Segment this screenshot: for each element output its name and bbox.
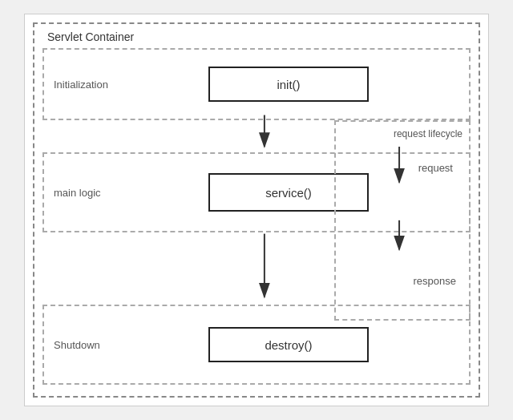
init-box-text: init(): [277, 78, 300, 91]
destroy-box-text: destroy(): [265, 338, 312, 352]
request-lifecycle-section: request lifecycle request response: [334, 120, 471, 321]
main-label: main logic: [54, 187, 101, 199]
service-box-text: service(): [265, 186, 312, 200]
response-label: response: [414, 275, 456, 287]
servlet-container: Servlet Container Initialization init() …: [33, 22, 480, 398]
shutdown-label: Shutdown: [54, 339, 100, 351]
destroy-box: destroy(): [208, 327, 369, 362]
servlet-container-label: Servlet Container: [44, 30, 137, 43]
init-section: Initialization init(): [42, 48, 471, 120]
request-label: request: [418, 162, 453, 174]
init-box: init(): [208, 67, 369, 102]
request-lifecycle-label: request lifecycle: [394, 128, 463, 139]
diagram-wrapper: Servlet Container Initialization init() …: [24, 14, 489, 406]
init-label: Initialization: [54, 79, 108, 91]
